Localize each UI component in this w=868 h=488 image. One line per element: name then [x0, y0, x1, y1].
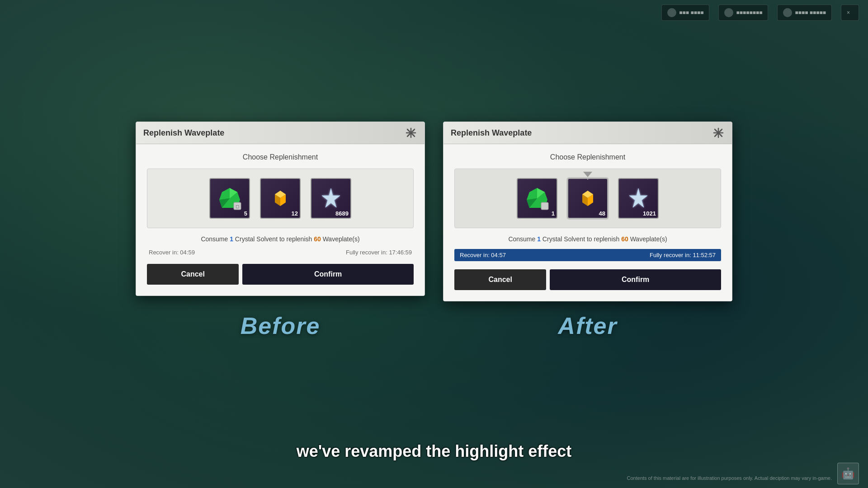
after-item-gold[interactable]: 48 — [565, 178, 610, 219]
after-consume-prefix: Consume — [508, 235, 537, 243]
after-star-icon — [626, 186, 651, 211]
before-close-icon — [406, 127, 416, 138]
after-gold-count: 48 — [599, 210, 605, 217]
before-gold-icon — [268, 186, 293, 211]
after-item-crystal[interactable]: 1 — [514, 178, 560, 219]
before-section-label: Choose Replenishment — [147, 153, 414, 161]
after-item-crystal-box[interactable]: 1 — [517, 178, 557, 219]
after-crystal-count: 1 — [552, 210, 555, 217]
after-star-svg — [626, 186, 651, 211]
character-icon: 🤖 — [837, 463, 859, 484]
before-consume-prefix: Consume — [201, 235, 230, 243]
before-item-crystal-box[interactable]: ◻ 5 — [209, 178, 250, 219]
after-dialog: Replenish Waveplate Choose Replenishment — [443, 122, 732, 301]
after-star-count: 1021 — [643, 210, 656, 217]
before-item-star[interactable]: 8689 — [308, 178, 354, 219]
after-crystal-icon — [525, 186, 550, 211]
after-crystal-svg — [525, 186, 550, 211]
before-star-count: 8689 — [335, 210, 349, 217]
after-dialog-title: Replenish Waveplate — [451, 128, 532, 138]
after-dialog-body: Choose Replenishment — [443, 144, 732, 301]
star-svg — [319, 186, 344, 211]
before-dialog-header: Replenish Waveplate — [136, 122, 425, 144]
after-times-row: Recover in: 04:57 Fully recover in: 11:5… — [454, 249, 721, 261]
after-item-star-box[interactable]: 1021 — [618, 178, 659, 219]
before-label: Before — [136, 312, 425, 339]
after-recover-label: Recover in: 04:57 — [460, 252, 506, 258]
before-dialog-title: Replenish Waveplate — [143, 128, 224, 138]
svg-rect-26 — [541, 202, 548, 210]
before-item-gold[interactable]: 12 — [258, 178, 303, 219]
svg-text:◻: ◻ — [236, 204, 239, 209]
before-item-crystal[interactable]: ◻ 5 — [207, 178, 252, 219]
after-footer: Cancel Confirm — [454, 269, 721, 292]
before-fully-recover-label: Fully recover in: 17:46:59 — [346, 249, 412, 256]
before-consume-waveplate: 60 — [314, 235, 321, 243]
after-gold-cube-svg — [576, 186, 600, 211]
after-consume-waveplate: 60 — [621, 235, 628, 243]
before-close-button[interactable] — [405, 127, 417, 139]
after-gold-icon — [576, 186, 600, 211]
after-section-label: Choose Replenishment — [454, 153, 721, 161]
subtitle: we've revamped the highlight effect — [297, 442, 572, 461]
after-consume-text: Consume 1 Crystal Solvent to replenish 6… — [454, 235, 721, 243]
after-consume-suffix: Waveplate(s) — [628, 235, 667, 243]
after-consume-mid: Crystal Solvent to replenish — [541, 235, 621, 243]
before-gold-count: 12 — [292, 210, 298, 217]
after-consume-num: 1 — [537, 235, 541, 243]
after-close-icon — [713, 127, 724, 138]
after-cancel-button[interactable]: Cancel — [454, 269, 546, 290]
after-confirm-button[interactable]: Confirm — [550, 269, 721, 290]
before-consume-num: 1 — [230, 235, 233, 243]
before-consume-mid: Crystal Solvent to replenish — [233, 235, 314, 243]
before-consume-text: Consume 1 Crystal Solvent to replenish 6… — [147, 235, 414, 243]
before-recover-label: Recover in: 04:59 — [149, 249, 195, 256]
after-label: After — [443, 312, 732, 339]
character-figure: 🤖 — [841, 467, 855, 480]
before-confirm-button[interactable]: Confirm — [242, 264, 414, 285]
after-item-star[interactable]: 1021 — [616, 178, 661, 219]
after-dialog-header: Replenish Waveplate — [443, 122, 732, 144]
labels-container: Before After — [136, 312, 732, 339]
before-consume-suffix: Waveplate(s) — [321, 235, 360, 243]
selection-indicator — [583, 172, 592, 177]
after-item-gold-box[interactable]: 48 — [567, 178, 608, 219]
before-crystal-icon: ◻ — [217, 186, 242, 211]
before-items-area: ◻ 5 — [147, 169, 414, 228]
dialogs-container: Replenish Waveplate Choose Replenishment — [136, 122, 732, 301]
disclaimer-text: Contents of this material are for illust… — [627, 475, 832, 481]
before-item-star-box[interactable]: 8689 — [311, 178, 351, 219]
after-fully-recover-label: Fully recover in: 11:52:57 — [650, 252, 716, 258]
before-dialog-body: Choose Replenishment — [136, 144, 425, 296]
before-footer: Cancel Confirm — [147, 264, 414, 286]
main-content: Replenish Waveplate Choose Replenishment — [0, 0, 868, 488]
before-item-gold-box[interactable]: 12 — [260, 178, 301, 219]
before-times-row: Recover in: 04:59 Fully recover in: 17:4… — [147, 249, 414, 256]
before-star-icon — [319, 186, 344, 211]
before-crystal-count: 5 — [244, 210, 247, 217]
after-close-button[interactable] — [712, 127, 725, 139]
before-cancel-button[interactable]: Cancel — [147, 264, 239, 285]
before-dialog: Replenish Waveplate Choose Replenishment — [136, 122, 425, 296]
crystal-svg: ◻ — [217, 186, 242, 211]
gold-cube-svg — [268, 186, 293, 211]
after-items-area: 1 — [454, 169, 721, 228]
